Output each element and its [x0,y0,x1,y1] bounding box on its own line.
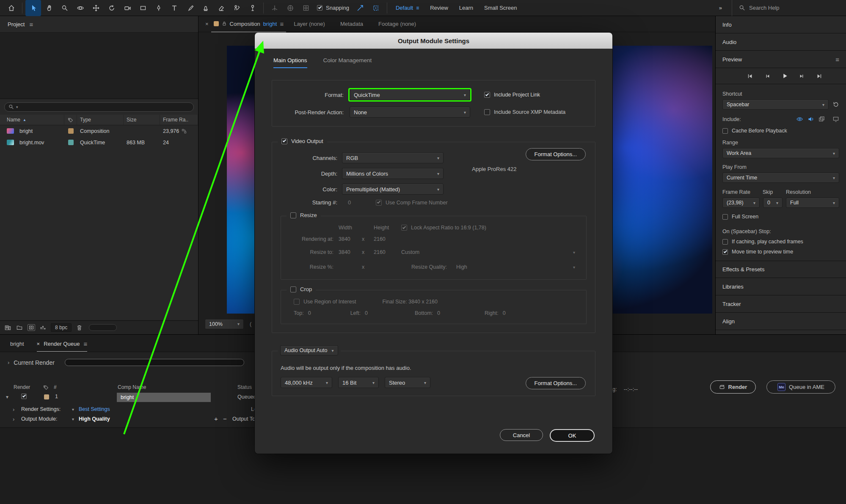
queue-in-ame-button[interactable]: Me Queue in AME [766,380,835,394]
panel-audio[interactable]: Audio [716,33,846,51]
overlays-include-icon[interactable] [818,116,825,122]
video-include-eye-icon[interactable] [796,116,803,122]
if-caching-checkbox[interactable] [722,239,728,245]
search-options-caret-icon[interactable]: ▾ [16,105,18,109]
tab-composition[interactable]: Composition bright ≡ [211,16,287,32]
row-expand-icon[interactable]: ▾ [6,394,8,400]
type-tool-icon[interactable] [166,0,182,16]
project-footer-slider[interactable] [89,324,117,331]
bit-depth-dropdown[interactable]: 16 Bit▾ [338,377,379,388]
project-row-bright-mov[interactable]: bright.mov QuickTime 863 MB 24 [0,137,198,148]
resolution-dropdown[interactable]: Full▾ [786,198,839,208]
eraser-tool-icon[interactable] [213,0,229,16]
skip-dropdown[interactable]: 0▾ [763,198,783,208]
workspace-small-screen[interactable]: Small Screen [479,5,522,11]
resize-preset-dropdown[interactable]: Custom▾ [397,248,579,257]
video-output-checkbox[interactable] [281,138,287,144]
panel-menu-icon[interactable]: ≡ [280,20,284,28]
bpc-button[interactable]: 8 bpc [51,323,72,332]
workspace-default[interactable]: Default ≡ [390,5,424,11]
close-tab-icon[interactable]: × [37,341,40,347]
panel-libraries[interactable]: Libraries [716,278,846,295]
reset-icon[interactable] [832,101,839,108]
label-color-chip[interactable] [44,394,49,399]
previous-frame-button[interactable] [763,72,772,81]
range-dropdown[interactable]: Work Area▾ [722,148,839,158]
interpret-footage-icon[interactable] [4,325,11,331]
panel-effects-presets[interactable]: Effects & Presets [716,261,846,278]
view-axis-mode-icon[interactable] [298,0,314,16]
search-help-field[interactable]: Search Help [732,0,843,16]
chevron-right-icon[interactable]: › [13,406,14,413]
chevron-right-icon[interactable]: › [13,416,14,422]
workspace-menu-icon[interactable]: ≡ [416,5,419,11]
panel-menu-icon[interactable]: ≡ [83,340,87,347]
camera-tool-icon[interactable] [119,0,135,16]
crop-right-field[interactable]: 0 [503,310,506,316]
rectangle-tool-icon[interactable] [135,0,151,16]
crop-top-field[interactable]: 0 [308,310,350,316]
selection-tool-icon[interactable] [25,0,41,16]
tab-main-options[interactable]: Main Options [273,57,307,68]
output-module-value[interactable]: High Quality [79,416,110,422]
crop-bottom-field[interactable]: 0 [437,310,485,316]
panel-tracker[interactable]: Tracker [716,295,846,313]
resize-width-field[interactable]: 3840 [339,249,362,255]
tab-footage[interactable]: Footage (none) [371,21,424,27]
project-search-input[interactable]: ▾ [4,102,194,112]
column-type[interactable]: Type [77,115,124,125]
pen-tool-icon[interactable] [151,0,166,16]
column-label-color[interactable] [64,115,77,125]
audio-format-options-button[interactable]: Format Options... [526,377,586,389]
lock-aspect-checkbox[interactable] [401,225,407,231]
resize-checkbox[interactable] [290,212,296,218]
panel-menu-icon[interactable]: ≡ [835,56,839,63]
trash-icon[interactable] [76,325,83,331]
audio-channels-dropdown[interactable]: Stereo▾ [385,377,430,388]
panel-menu-icon[interactable]: ≡ [29,21,33,28]
shortcut-dropdown[interactable]: Spacebar▾ [722,99,829,110]
post-render-dropdown[interactable]: None▾ [350,107,470,118]
first-frame-button[interactable] [745,72,755,81]
play-from-dropdown[interactable]: Current Time▾ [722,173,839,183]
workspace-review[interactable]: Review [424,5,454,11]
tab-color-management[interactable]: Color Management [323,57,372,68]
zoom-dropdown[interactable]: 100%▾ [205,319,244,329]
snapping-checkbox[interactable] [317,5,322,11]
panel-align[interactable]: Align [716,313,846,330]
orbit-camera-tool-icon[interactable] [72,0,88,16]
audio-include-speaker-icon[interactable] [807,116,814,122]
roto-brush-tool-icon[interactable] [229,0,245,16]
new-folder-icon[interactable] [16,325,23,330]
hand-tool-icon[interactable] [41,0,57,16]
frame-rate-dropdown[interactable]: (23,98)▾ [722,198,760,208]
row-comp-name[interactable]: bright [117,393,211,402]
render-settings-value[interactable]: Best Settings [79,406,110,412]
next-frame-button[interactable] [797,72,807,81]
column-frame-rate[interactable]: Frame Ra.. [160,115,198,125]
ok-button[interactable]: OK [550,429,595,442]
clone-stamp-tool-icon[interactable] [198,0,213,16]
primary-viewer-icon[interactable] [832,116,839,122]
include-project-link-checkbox[interactable] [484,92,490,98]
sample-rate-dropdown[interactable]: 48,000 kHz▾ [281,377,332,388]
brush-tool-icon[interactable] [182,0,198,16]
snap-features-icon[interactable] [368,0,384,16]
chevron-right-icon[interactable]: › [8,359,9,366]
tab-render-queue[interactable]: × Render Queue ≡ [37,340,88,352]
caret-down-icon[interactable]: ▾ [72,417,74,421]
cancel-button[interactable]: Cancel [500,429,543,441]
dialog-title[interactable]: Output Module Settings [255,33,612,49]
render-item-checkbox[interactable] [21,394,27,399]
remove-output-module-icon[interactable]: − [223,415,227,422]
project-row-bright[interactable]: bright Composition 23,976 [0,125,198,137]
video-format-options-button[interactable]: Format Options... [526,148,586,160]
zoom-tool-icon[interactable] [57,0,72,16]
pan-tool-icon[interactable] [88,0,104,16]
puppet-pin-tool-icon[interactable] [245,0,260,16]
label-color-chip[interactable] [68,140,74,145]
include-xmp-checkbox[interactable] [484,109,490,115]
new-composition-icon[interactable] [28,324,35,331]
render-button[interactable]: Render [710,380,756,394]
crop-left-field[interactable]: 0 [365,310,415,316]
